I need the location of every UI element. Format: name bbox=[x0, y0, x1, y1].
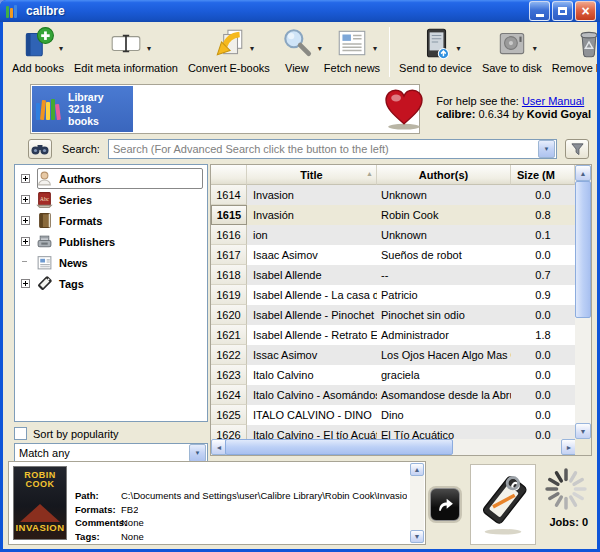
toolbar-button-edit-meta[interactable]: ▾ Edit meta information bbox=[69, 24, 183, 75]
search-input[interactable] bbox=[109, 140, 538, 158]
row-number-cell[interactable]: 1615 bbox=[211, 205, 247, 225]
library-item[interactable]: Library 3218 books bbox=[32, 86, 133, 132]
size-cell[interactable]: 0.9 bbox=[511, 285, 575, 305]
edit-meta-dropdown-arrow[interactable]: ▾ bbox=[147, 44, 151, 53]
toggle-cover-browser-button[interactable] bbox=[430, 488, 460, 521]
expand-plus-icon[interactable] bbox=[21, 216, 30, 225]
table-row[interactable]: 1623 Italo Calvino graciela 0.0 bbox=[211, 365, 575, 385]
table-row[interactable]: 1618 Isabel Allende -- 0.7 bbox=[211, 265, 575, 285]
table-row[interactable]: 1619 Isabel Allende - La casa de los esp… bbox=[211, 285, 575, 305]
size-cell[interactable]: 0.0 bbox=[511, 405, 575, 425]
search-combo-arrow[interactable]: ▼ bbox=[538, 140, 555, 158]
heart-icon[interactable] bbox=[380, 85, 428, 131]
table-row[interactable]: 1617 Isaac Asimov Sueños de robot 0.0 bbox=[211, 245, 575, 265]
table-row[interactable]: 1614 Invasion Unknown 0.0 bbox=[211, 185, 575, 205]
advanced-search-button[interactable] bbox=[28, 139, 52, 159]
table-row[interactable]: 1625 ITALO CALVINO - DINO Dino 0.0 bbox=[211, 405, 575, 425]
row-number-cell[interactable]: 1624 bbox=[211, 385, 247, 405]
author-cell[interactable]: Asomandose desde la Abrupta Costa bbox=[377, 385, 511, 405]
vertical-scrollbar[interactable]: ▲ ▼ bbox=[575, 165, 591, 439]
author-cell[interactable]: graciela bbox=[377, 365, 511, 385]
send-to-device-dropdown-arrow[interactable]: ▾ bbox=[456, 44, 460, 53]
vertical-scroll-thumb[interactable] bbox=[575, 181, 591, 318]
sort-by-popularity-checkbox[interactable] bbox=[14, 427, 27, 440]
size-cell[interactable]: 0.0 bbox=[511, 365, 575, 385]
details-scrollbar[interactable]: ▲ ▼ bbox=[410, 463, 424, 543]
expand-plus-icon[interactable] bbox=[21, 237, 30, 246]
row-number-cell[interactable]: 1620 bbox=[211, 305, 247, 325]
title-cell[interactable]: Isabel Allende bbox=[247, 265, 377, 285]
tag-view-button[interactable] bbox=[470, 464, 536, 545]
author-cell[interactable]: Dino bbox=[377, 405, 511, 425]
author-cell[interactable]: Robin Cook bbox=[377, 205, 511, 225]
toolbar-button-view[interactable]: ▾ View bbox=[275, 24, 319, 75]
title-cell[interactable]: Isabel Allende - La casa de los espiritu… bbox=[247, 285, 377, 305]
expand-plus-icon[interactable] bbox=[21, 195, 30, 204]
row-number-cell[interactable]: 1616 bbox=[211, 225, 247, 245]
author-cell[interactable]: Unknown bbox=[377, 225, 511, 245]
row-number-cell[interactable]: 1614 bbox=[211, 185, 247, 205]
author-cell[interactable]: -- bbox=[377, 265, 511, 285]
clear-search-button[interactable] bbox=[565, 139, 589, 159]
horizontal-scroll-thumb[interactable] bbox=[225, 439, 453, 455]
author-cell[interactable]: Los Ojos Hacen Algo Mas Que Ver bbox=[377, 345, 511, 365]
details-scroll-down-icon[interactable]: ▼ bbox=[410, 530, 424, 543]
table-row[interactable]: 1616 ion Unknown 0.1 bbox=[211, 225, 575, 245]
title-cell[interactable]: ion bbox=[247, 225, 377, 245]
author-cell[interactable]: Sueños de robot bbox=[377, 245, 511, 265]
title-cell[interactable]: Issac Asimov bbox=[247, 345, 377, 365]
author-cell[interactable]: Patricio bbox=[377, 285, 511, 305]
details-scroll-up-icon[interactable]: ▲ bbox=[410, 463, 424, 476]
tree-item-formats[interactable]: Formats bbox=[17, 210, 205, 231]
tree-item-authors[interactable]: Authors bbox=[17, 168, 205, 189]
header-row-number[interactable] bbox=[211, 165, 247, 185]
window-titlebar[interactable]: calibre × bbox=[0, 0, 600, 22]
size-cell[interactable]: 0.0 bbox=[511, 185, 575, 205]
title-cell[interactable]: Italo Calvino bbox=[247, 365, 377, 385]
tree-item-publishers[interactable]: Publishers bbox=[17, 231, 205, 252]
row-number-cell[interactable]: 1625 bbox=[211, 405, 247, 425]
title-cell[interactable]: Invasión bbox=[247, 205, 377, 225]
save-to-disk-dropdown-arrow[interactable]: ▾ bbox=[533, 44, 537, 53]
author-cell[interactable]: Administrador bbox=[377, 325, 511, 345]
title-cell[interactable]: Isabel Allende - Retrato En Sepia - v1.0 bbox=[247, 325, 377, 345]
horizontal-scrollbar[interactable]: ◄ ► bbox=[211, 439, 577, 455]
size-cell[interactable]: 0.0 bbox=[511, 385, 575, 405]
size-cell[interactable]: 0.0 bbox=[511, 305, 575, 325]
author-cell[interactable]: Pinochet sin odio bbox=[377, 305, 511, 325]
row-number-cell[interactable]: 1617 bbox=[211, 245, 247, 265]
header-authors[interactable]: Author(s) bbox=[377, 165, 511, 185]
table-row[interactable]: 1620 Isabel Allende - Pinochet sin odio … bbox=[211, 305, 575, 325]
tree-item-series[interactable]: Abc Series bbox=[17, 189, 205, 210]
header-title[interactable]: Title▲ bbox=[247, 165, 377, 185]
title-cell[interactable]: Invasion bbox=[247, 185, 377, 205]
fetch-news-dropdown-arrow[interactable]: ▾ bbox=[373, 44, 377, 53]
row-number-cell[interactable]: 1618 bbox=[211, 265, 247, 285]
toolbar-button-fetch-news[interactable]: ▾ Fetch news bbox=[319, 24, 385, 75]
expand-plus-icon[interactable] bbox=[21, 279, 30, 288]
author-cell[interactable]: Unknown bbox=[377, 185, 511, 205]
row-number-cell[interactable]: 1621 bbox=[211, 325, 247, 345]
maximize-button[interactable] bbox=[552, 1, 573, 21]
minimize-button[interactable] bbox=[529, 1, 550, 21]
user-manual-link[interactable]: User Manual bbox=[522, 95, 584, 107]
toolbar-button-remove-books[interactable]: ▾ Remove books bbox=[547, 24, 597, 75]
add-books-dropdown-arrow[interactable]: ▾ bbox=[59, 44, 63, 53]
tree-item-tags[interactable]: Tags bbox=[17, 273, 205, 294]
toolbar-button-save-to-disk[interactable]: ▾ Save to disk bbox=[477, 24, 547, 75]
row-number-cell[interactable]: 1619 bbox=[211, 285, 247, 305]
title-cell[interactable]: Italo Calvino - Asomándose desde la Abru… bbox=[247, 385, 377, 405]
title-cell[interactable]: Isaac Asimov bbox=[247, 245, 377, 265]
toolbar-button-convert-ebooks[interactable]: ▾ Convert E-books bbox=[183, 24, 275, 75]
title-cell[interactable]: ITALO CALVINO - DINO bbox=[247, 405, 377, 425]
toolbar-button-send-to-device[interactable]: ▾ Send to device bbox=[394, 24, 477, 75]
size-cell[interactable]: 0.1 bbox=[511, 225, 575, 245]
size-cell[interactable]: 0.0 bbox=[511, 245, 575, 265]
scroll-down-icon[interactable]: ▼ bbox=[575, 423, 591, 439]
scroll-up-icon[interactable]: ▲ bbox=[575, 165, 591, 181]
jobs-indicator[interactable]: Jobs: 0 bbox=[540, 466, 592, 528]
size-cell[interactable]: 0.7 bbox=[511, 265, 575, 285]
close-button[interactable]: × bbox=[575, 1, 596, 21]
table-row[interactable]: 1624 Italo Calvino - Asomándose desde la… bbox=[211, 385, 575, 405]
table-row[interactable]: 1622 Issac Asimov Los Ojos Hacen Algo Ma… bbox=[211, 345, 575, 365]
